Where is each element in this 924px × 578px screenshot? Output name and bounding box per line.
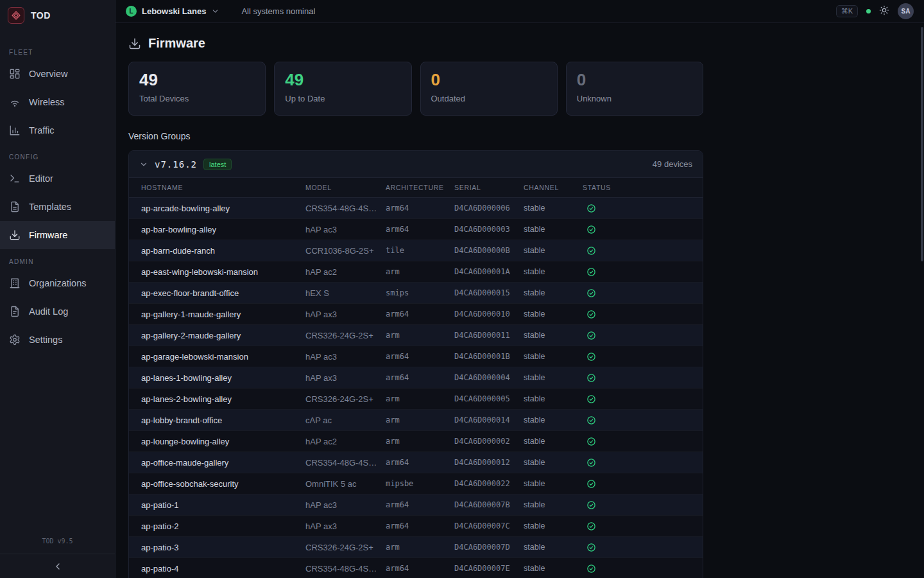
command-palette-shortcut[interactable]: ⌘K: [836, 5, 858, 17]
theme-toggle-button[interactable]: [879, 5, 889, 18]
dashboard-icon: [9, 68, 21, 80]
page-scrollbar[interactable]: [921, 23, 924, 578]
serial-cell: D4CA6D000003: [454, 225, 524, 234]
user-avatar[interactable]: SA: [898, 3, 914, 19]
serial-cell: D4CA6D00001A: [454, 267, 524, 276]
file-icon: [9, 201, 21, 213]
sidebar-item-label: Settings: [29, 335, 62, 345]
check-circle-icon: [586, 500, 596, 510]
table-row[interactable]: ap-east-wing-lebowski-mansionhAP ac2armD…: [129, 261, 703, 283]
table-row[interactable]: ap-bar-bowling-alleyhAP ac3arm64D4CA6D00…: [129, 219, 703, 240]
check-circle-icon: [586, 331, 596, 340]
table-row[interactable]: ap-office-sobchak-securityOmniTIK 5 acmi…: [129, 473, 703, 495]
sidebar-collapse-button[interactable]: [0, 554, 115, 578]
model-cell: CCR1036-8G-2S+: [305, 246, 386, 256]
table-row[interactable]: ap-gallery-1-maude-galleryhAP ax3arm64D4…: [129, 304, 703, 325]
hostname-cell: ap-office-sobchak-security: [141, 479, 305, 489]
health-status-dot: [866, 9, 871, 13]
sidebar-item-label: Editor: [29, 173, 53, 184]
table-row[interactable]: ap-lounge-bowling-alleyhAP ac2armD4CA6D0…: [129, 431, 703, 452]
serial-cell: D4CA6D000004: [454, 373, 524, 382]
table-row[interactable]: ap-patio-2hAP ax3arm64D4CA6D00007Cstable: [129, 516, 703, 537]
device-count: 49 devices: [653, 159, 692, 169]
table-row[interactable]: ap-barn-dude-ranchCCR1036-8G-2S+tileD4CA…: [129, 240, 703, 261]
table-row[interactable]: ap-patio-1hAP ac3arm64D4CA6D00007Bstable: [129, 495, 703, 516]
status-cell: [583, 204, 703, 213]
stat-card-total-devices: 49 Total Devices: [128, 62, 266, 116]
channel-cell: stable: [524, 225, 583, 234]
serial-cell: D4CA6D000022: [454, 479, 524, 488]
device-table-body: ap-arcade-bowling-alleyCRS354-48G-4S+…ar…: [129, 198, 703, 578]
table-row[interactable]: ap-lanes-2-bowling-alleyCRS326-24G-2S+ar…: [129, 389, 703, 410]
column-header-status: STATUS: [583, 184, 703, 191]
page-header: Firmware: [128, 36, 703, 51]
column-header-serial: SERIAL: [454, 184, 524, 191]
stat-value: 49: [139, 71, 255, 89]
channel-cell: stable: [524, 204, 583, 213]
table-row[interactable]: ap-office-maude-galleryCRS354-48G-4S+…ar…: [129, 452, 703, 473]
wifi-icon: [9, 96, 21, 108]
channel-cell: stable: [524, 543, 583, 552]
model-cell: hAP ac3: [305, 225, 386, 234]
table-row[interactable]: ap-lanes-1-bowling-alleyhAP ax3arm64D4CA…: [129, 367, 703, 389]
stat-card-outdated: 0 Outdated: [420, 62, 558, 116]
terminal-icon: [9, 173, 21, 184]
column-header-channel: CHANNEL: [524, 184, 583, 191]
architecture-cell: arm: [386, 437, 454, 446]
serial-cell: D4CA6D00007B: [454, 500, 524, 509]
sidebar-item-firmware[interactable]: Firmware: [0, 221, 115, 249]
serial-cell: D4CA6D00007C: [454, 521, 524, 530]
table-row[interactable]: ap-patio-3CRS326-24G-2S+armD4CA6D00007Ds…: [129, 537, 703, 558]
hostname-cell: ap-gallery-1-maude-gallery: [141, 310, 305, 319]
system-status-text: All systems nominal: [241, 6, 315, 16]
table-row[interactable]: ap-exec-floor-brandt-officehEX SsmipsD4C…: [129, 283, 703, 304]
column-header-architecture: ARCHITECTURE: [386, 184, 454, 191]
architecture-cell: arm: [386, 416, 454, 425]
version-group-header[interactable]: v7.16.2 latest 49 devices: [129, 151, 703, 178]
sidebar-item-settings[interactable]: Settings: [0, 326, 115, 354]
sidebar-item-overview[interactable]: Overview: [0, 60, 115, 88]
sidebar-nav: FLEET Overview Wireless Traffic CONFI: [0, 31, 115, 354]
sun-icon: [879, 5, 889, 15]
status-cell: [583, 479, 703, 489]
sidebar-item-audit-log[interactable]: Audit Log: [0, 297, 115, 326]
model-cell: CRS354-48G-4S+…: [305, 458, 386, 468]
sidebar-item-wireless[interactable]: Wireless: [0, 88, 115, 116]
status-cell: [583, 352, 703, 362]
channel-cell: stable: [524, 564, 583, 573]
serial-cell: D4CA6D000006: [454, 204, 524, 213]
hostname-cell: ap-patio-3: [141, 543, 305, 552]
scrollbar-thumb[interactable]: [921, 27, 923, 261]
check-circle-icon: [586, 521, 596, 531]
sidebar-item-organizations[interactable]: Organizations: [0, 269, 115, 297]
check-circle-icon: [586, 564, 596, 574]
sidebar-item-editor[interactable]: Editor: [0, 164, 115, 193]
model-cell: hAP ac2: [305, 267, 386, 277]
sidebar-item-templates[interactable]: Templates: [0, 193, 115, 221]
channel-cell: stable: [524, 479, 583, 488]
channel-cell: stable: [524, 437, 583, 446]
stat-label: Up to Date: [285, 94, 400, 103]
architecture-cell: arm64: [386, 310, 454, 319]
table-row[interactable]: ap-lobby-brandt-officecAP acarmD4CA6D000…: [129, 410, 703, 431]
model-cell: hAP ax3: [305, 310, 386, 319]
serial-cell: D4CA6D000005: [454, 394, 524, 403]
app-logo[interactable]: TOD: [0, 0, 115, 31]
table-row[interactable]: ap-arcade-bowling-alleyCRS354-48G-4S+…ar…: [129, 198, 703, 219]
device-table-header: HOSTNAME MODEL ARCHITECTURE SERIAL CHANN…: [129, 178, 703, 198]
table-row[interactable]: ap-patio-4CRS354-48G-4S+…arm64D4CA6D0000…: [129, 558, 703, 578]
architecture-cell: arm64: [386, 225, 454, 234]
architecture-cell: arm: [386, 331, 454, 340]
check-circle-icon: [586, 416, 596, 425]
sidebar-item-traffic[interactable]: Traffic: [0, 116, 115, 144]
table-row[interactable]: ap-garage-lebowski-mansionhAP ac3arm64D4…: [129, 346, 703, 367]
app-logo-text: TOD: [31, 10, 51, 21]
check-circle-icon: [586, 310, 596, 319]
architecture-cell: arm64: [386, 458, 454, 467]
org-switcher[interactable]: L Lebowski Lanes: [126, 6, 219, 17]
check-circle-icon: [586, 479, 596, 489]
hostname-cell: ap-east-wing-lebowski-mansion: [141, 267, 305, 277]
check-circle-icon: [586, 288, 596, 298]
check-circle-icon: [586, 352, 596, 362]
table-row[interactable]: ap-gallery-2-maude-galleryCRS326-24G-2S+…: [129, 325, 703, 346]
